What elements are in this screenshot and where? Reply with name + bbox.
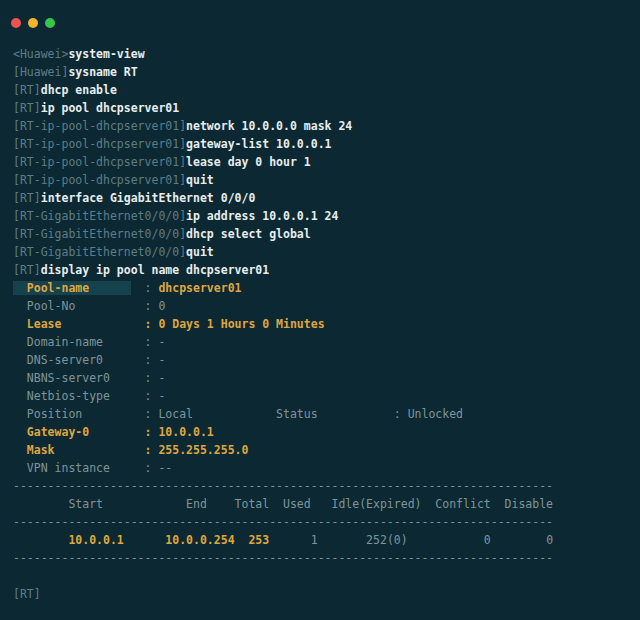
command-text: quit xyxy=(186,173,214,187)
terminal-line: ----------------------------------------… xyxy=(13,477,640,495)
terminal-line: VPN instance : -- xyxy=(13,459,640,477)
command-text: interface GigabitEthernet 0/0/0 xyxy=(41,191,256,205)
prompt-text: <Huawei> xyxy=(13,47,68,61)
terminal-line: <Huawei>system-view xyxy=(13,45,640,63)
command-text: gateway-list 10.0.0.1 xyxy=(186,137,331,151)
prompt-text: [RT] xyxy=(13,191,41,205)
command-text: system-view xyxy=(68,47,144,61)
prompt-text: [RT-ip-pool-dhcpserver01] xyxy=(13,119,186,133)
output-text: ----------------------------------------… xyxy=(13,551,553,565)
maximize-button[interactable] xyxy=(45,18,55,28)
output-text: Position : Local Status : Unlocked xyxy=(13,407,463,421)
terminal-line: [RT]display ip pool name dhcpserver01 xyxy=(13,261,640,279)
highlighted-output-text: 10.0.0.1 10.0.0.254 253 xyxy=(13,533,269,547)
output-text: Pool-No : 0 xyxy=(13,299,165,313)
terminal-line: [RT-ip-pool-dhcpserver01]gateway-list 10… xyxy=(13,135,640,153)
highlighted-output-text: Mask : 255.255.255.0 xyxy=(13,443,248,457)
command-text: network 10.0.0.0 mask 24 xyxy=(186,119,352,133)
close-button[interactable] xyxy=(11,18,21,28)
terminal-line: [RT]ip pool dhcpserver01 xyxy=(13,99,640,117)
terminal-line: [RT-ip-pool-dhcpserver01]lease day 0 hou… xyxy=(13,153,640,171)
prompt-text: [RT-ip-pool-dhcpserver01] xyxy=(13,173,186,187)
terminal-line: Pool-name : dhcpserver01 xyxy=(13,279,640,297)
terminal-line: [RT]interface GigabitEthernet 0/0/0 xyxy=(13,189,640,207)
highlighted-output-text: dhcpserver01 xyxy=(158,281,241,295)
terminal-line: Position : Local Status : Unlocked xyxy=(13,405,640,423)
output-text: Netbios-type : - xyxy=(13,389,165,403)
terminal-line: [RT-ip-pool-dhcpserver01]quit xyxy=(13,171,640,189)
command-text: display ip pool name dhcpserver01 xyxy=(41,263,269,277)
command-text: ip pool dhcpserver01 xyxy=(41,101,179,115)
titlebar xyxy=(0,0,640,34)
terminal-line xyxy=(13,567,640,585)
terminal-line: [RT-GigabitEthernet0/0/0]quit xyxy=(13,243,640,261)
terminal-output[interactable]: <Huawei>system-view[Huawei]sysname RT[RT… xyxy=(0,34,640,620)
output-text: Domain-name : - xyxy=(13,335,165,349)
terminal-line: [RT]dhcp enable xyxy=(13,81,640,99)
command-text: quit xyxy=(186,245,214,259)
output-text: : xyxy=(131,281,159,295)
output-text: 1 252(0) 0 0 xyxy=(269,533,553,547)
minimize-button[interactable] xyxy=(28,18,38,28)
prompt-text: [RT] xyxy=(13,83,41,97)
output-text: ----------------------------------------… xyxy=(13,479,553,493)
terminal-line: Pool-No : 0 xyxy=(13,297,640,315)
prompt-text: [RT-GigabitEthernet0/0/0] xyxy=(13,209,186,223)
terminal-line: [RT] xyxy=(13,585,640,603)
command-text: ip address 10.0.0.1 24 xyxy=(186,209,338,223)
prompt-text: [RT] xyxy=(13,587,41,601)
terminal-line: Lease : 0 Days 1 Hours 0 Minutes xyxy=(13,315,640,333)
terminal-window: <Huawei>system-view[Huawei]sysname RT[RT… xyxy=(0,0,640,620)
command-text: dhcp enable xyxy=(41,83,117,97)
terminal-line: [RT-ip-pool-dhcpserver01]network 10.0.0.… xyxy=(13,117,640,135)
terminal-line: NBNS-server0 : - xyxy=(13,369,640,387)
terminal-line: Gateway-0 : 10.0.0.1 xyxy=(13,423,640,441)
output-text: NBNS-server0 : - xyxy=(13,371,165,385)
highlighted-output-text: Lease : 0 Days 1 Hours 0 Minutes xyxy=(13,317,325,331)
selected-label: Pool-name xyxy=(13,281,131,295)
output-text: Start End Total Used Idle(Expired) Confl… xyxy=(13,497,553,511)
terminal-line: [Huawei]sysname RT xyxy=(13,63,640,81)
terminal-line: Mask : 255.255.255.0 xyxy=(13,441,640,459)
terminal-line: [RT-GigabitEthernet0/0/0]ip address 10.0… xyxy=(13,207,640,225)
output-text: ----------------------------------------… xyxy=(13,515,553,529)
prompt-text: [RT-GigabitEthernet0/0/0] xyxy=(13,245,186,259)
terminal-line: DNS-server0 : - xyxy=(13,351,640,369)
command-text: sysname RT xyxy=(68,65,137,79)
terminal-line: Start End Total Used Idle(Expired) Confl… xyxy=(13,495,640,513)
terminal-line: Domain-name : - xyxy=(13,333,640,351)
output-text: VPN instance : -- xyxy=(13,461,172,475)
command-text: dhcp select global xyxy=(186,227,311,241)
prompt-text: [RT-ip-pool-dhcpserver01] xyxy=(13,137,186,151)
terminal-line: 10.0.0.1 10.0.0.254 253 1 252(0) 0 0 xyxy=(13,531,640,549)
output-text: DNS-server0 : - xyxy=(13,353,165,367)
prompt-text: [Huawei] xyxy=(13,65,68,79)
prompt-text: [RT-ip-pool-dhcpserver01] xyxy=(13,155,186,169)
terminal-line: Netbios-type : - xyxy=(13,387,640,405)
prompt-text: [RT] xyxy=(13,263,41,277)
prompt-text: [RT] xyxy=(13,101,41,115)
terminal-line: [RT-GigabitEthernet0/0/0]dhcp select glo… xyxy=(13,225,640,243)
terminal-line: ----------------------------------------… xyxy=(13,513,640,531)
command-text: lease day 0 hour 1 xyxy=(186,155,311,169)
highlighted-output-text: Gateway-0 : 10.0.0.1 xyxy=(13,425,214,439)
terminal-line: ----------------------------------------… xyxy=(13,549,640,567)
prompt-text: [RT-GigabitEthernet0/0/0] xyxy=(13,227,186,241)
